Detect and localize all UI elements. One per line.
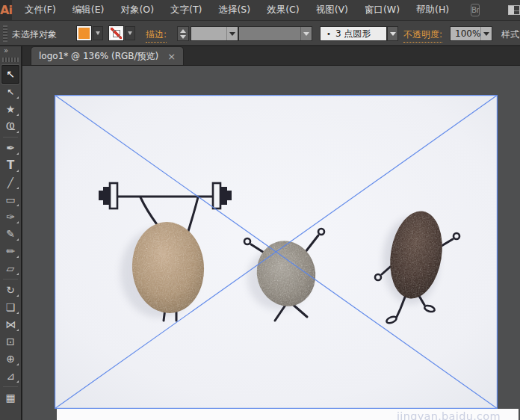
blob-brush-icon: ✏ bbox=[6, 243, 15, 260]
stroke-weight-stepper[interactable] bbox=[177, 26, 189, 41]
canvas-pasteboard[interactable]: jingyan.baidu.com bbox=[22, 66, 520, 420]
document-tab[interactable]: logo1* @ 136% (RGB/预览) × bbox=[31, 46, 184, 65]
menu-file[interactable]: 文件(F) bbox=[16, 0, 64, 20]
tool-perspective-grid[interactable]: ⊿ bbox=[0, 368, 21, 385]
tools-divider bbox=[3, 137, 18, 138]
workspace-layout-icon bbox=[508, 5, 520, 15]
stroke-color-swatch[interactable] bbox=[109, 26, 123, 40]
tool-direct-selection[interactable]: ↖ bbox=[0, 84, 21, 101]
tools-divider bbox=[3, 386, 18, 387]
tool-eraser[interactable]: ▱ bbox=[0, 260, 21, 277]
tool-rotate[interactable]: ↻ bbox=[0, 282, 21, 299]
brush-name: 3 点圆形 bbox=[335, 28, 371, 40]
tool-pencil[interactable]: ✎ bbox=[0, 226, 21, 243]
opacity-value: 100% bbox=[455, 28, 480, 39]
dropdown-arrow[interactable] bbox=[300, 27, 312, 40]
tools-panel: » ↖ ↖ ★ Ҩ ✒ T ╱ ▭ ✑ ✎ ✏ ▱ ↻ ❏ ⋈ ⊡ ⊕ ⊿ ▦ bbox=[0, 46, 22, 420]
menu-help[interactable]: 帮助(H) bbox=[408, 0, 457, 20]
fill-color-swatch[interactable] bbox=[77, 26, 91, 40]
scale-icon: ❏ bbox=[6, 299, 16, 316]
perspective-grid-icon: ⊿ bbox=[6, 368, 15, 385]
tool-rectangle[interactable]: ▭ bbox=[0, 191, 21, 209]
opacity-panel-link[interactable]: 不透明度: bbox=[403, 28, 442, 43]
chevron-down-icon bbox=[229, 32, 235, 36]
step-down-icon bbox=[180, 35, 186, 39]
type-icon: T bbox=[7, 157, 14, 174]
tool-line-segment[interactable]: ╱ bbox=[0, 174, 21, 191]
collapse-panel-button[interactable]: » bbox=[0, 46, 21, 56]
eraser-icon: ▱ bbox=[7, 260, 15, 277]
tool-mesh[interactable]: ▦ bbox=[0, 389, 21, 407]
stroke-panel-link[interactable]: 描边: bbox=[146, 28, 167, 43]
step-up-icon bbox=[180, 29, 186, 33]
brush-definition-select[interactable]: • 3 点圆形 bbox=[320, 26, 387, 41]
tool-shape-builder[interactable]: ⊕ bbox=[0, 350, 21, 368]
stroke-color-dropdown[interactable] bbox=[125, 26, 135, 40]
menu-bar: Ai 文件(F) 编辑(E) 对象(O) 文字(T) 选择(S) 效果(C) 视… bbox=[0, 0, 520, 21]
tool-paintbrush[interactable]: ✑ bbox=[0, 209, 21, 226]
panel-grip-handle[interactable] bbox=[3, 25, 7, 42]
bridge-button[interactable]: Br bbox=[471, 4, 480, 16]
shape-builder-icon: ⊕ bbox=[6, 350, 15, 368]
control-bar: 未选择对象 描边: • 3 点圆形 不透明度: 100% 样式 bbox=[0, 21, 520, 46]
menu-edit[interactable]: 编辑(E) bbox=[64, 0, 113, 20]
paintbrush-icon: ✑ bbox=[6, 209, 15, 226]
lasso-icon: Ҩ bbox=[6, 118, 15, 135]
menu-select[interactable]: 选择(S) bbox=[210, 0, 259, 20]
stroke-weight-select[interactable] bbox=[191, 26, 238, 41]
chevron-down-icon bbox=[96, 31, 100, 35]
app-logo-icon: Ai bbox=[0, 0, 12, 21]
chevron-down-icon bbox=[390, 32, 396, 36]
brush-preview-dot: • bbox=[326, 30, 331, 38]
tool-free-transform[interactable]: ⊡ bbox=[0, 333, 21, 350]
menu-view[interactable]: 视图(V) bbox=[308, 0, 356, 20]
tool-type[interactable]: T bbox=[0, 157, 21, 174]
workspace-switcher[interactable] bbox=[508, 5, 520, 15]
illustrator-window: Ai 文件(F) 编辑(E) 对象(O) 文字(T) 选择(S) 效果(C) 视… bbox=[0, 0, 520, 420]
selection-arrow-icon: ↖ bbox=[6, 65, 15, 84]
dropdown-arrow[interactable] bbox=[480, 27, 492, 40]
tool-lasso[interactable]: Ҩ bbox=[0, 118, 21, 135]
dropdown-arrow[interactable] bbox=[226, 27, 238, 40]
menu-items: 文件(F) 编辑(E) 对象(O) 文字(T) 选择(S) 效果(C) 视图(V… bbox=[16, 0, 457, 20]
menu-effect[interactable]: 效果(C) bbox=[259, 0, 307, 20]
document-title: logo1* @ 136% (RGB/预览) bbox=[39, 50, 158, 63]
tools-divider bbox=[3, 279, 18, 280]
chevron-down-icon bbox=[483, 32, 489, 36]
line-icon: ╱ bbox=[7, 174, 13, 191]
tools-grip-handle[interactable] bbox=[2, 58, 19, 62]
fill-color-dropdown[interactable] bbox=[93, 26, 103, 40]
style-label: 样式 bbox=[501, 28, 519, 41]
variable-width-select[interactable] bbox=[238, 26, 312, 41]
brush-dropdown[interactable] bbox=[387, 26, 398, 41]
watermark-text: jingyan.baidu.com bbox=[397, 410, 520, 420]
document-tab-strip: logo1* @ 136% (RGB/预览) × bbox=[22, 46, 520, 66]
rotate-icon: ↻ bbox=[6, 282, 15, 299]
placed-photo-pebble-characters[interactable] bbox=[55, 95, 498, 409]
tool-selection[interactable]: ↖ bbox=[1, 65, 19, 84]
close-tab-icon[interactable]: × bbox=[167, 52, 176, 61]
tool-pen[interactable]: ✒ bbox=[0, 140, 21, 157]
magic-wand-icon: ★ bbox=[6, 101, 16, 118]
tool-blob-brush[interactable]: ✏ bbox=[0, 243, 21, 260]
free-transform-icon: ⊡ bbox=[6, 333, 15, 350]
menu-object[interactable]: 对象(O) bbox=[112, 0, 162, 20]
tool-scale[interactable]: ❏ bbox=[0, 299, 21, 316]
tool-width[interactable]: ⋈ bbox=[0, 316, 21, 333]
pen-nib-icon: ✒ bbox=[6, 140, 15, 157]
direct-selection-arrow-icon: ↖ bbox=[7, 84, 14, 101]
width-tool-icon: ⋈ bbox=[5, 316, 16, 333]
chevron-down-icon bbox=[303, 32, 309, 36]
menu-window[interactable]: 窗口(W) bbox=[356, 0, 408, 20]
selection-status-text: 未选择对象 bbox=[12, 28, 57, 41]
chevron-down-icon bbox=[128, 31, 132, 35]
opacity-select[interactable]: 100% bbox=[450, 26, 492, 41]
pencil-icon: ✎ bbox=[6, 226, 15, 243]
menu-type[interactable]: 文字(T) bbox=[162, 0, 210, 20]
rectangle-icon: ▭ bbox=[5, 191, 15, 209]
tool-magic-wand[interactable]: ★ bbox=[0, 101, 21, 118]
mesh-icon: ▦ bbox=[5, 389, 15, 407]
